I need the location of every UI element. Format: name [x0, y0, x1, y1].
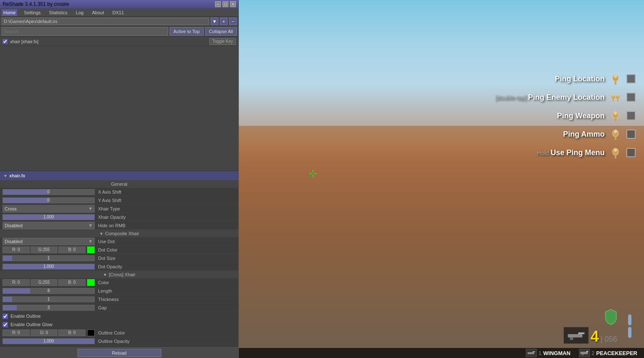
y-axis-value: 0: [3, 198, 94, 202]
menu-settings[interactable]: Settings: [22, 9, 42, 16]
xhair-opacity-slider[interactable]: 1.000: [3, 214, 95, 220]
svg-rect-26: [628, 327, 631, 338]
dot-color-b[interactable]: B: 0: [58, 246, 85, 253]
dropdown-arrow-dot: ▼: [88, 239, 93, 244]
svg-rect-22: [568, 334, 582, 337]
menu-bar: Home Settings Statistics Log About DX11: [0, 8, 238, 17]
ping-menu: Ping Location [double-tap] Ping Enemy Lo…: [495, 71, 636, 160]
ping-location-checkbox[interactable]: [626, 74, 636, 83]
outline-color-r[interactable]: R: 0: [3, 329, 30, 336]
ping-ammo-icon: [608, 127, 623, 142]
weapon1-name: WINGMAN: [543, 350, 571, 356]
dot-size-value: 1: [3, 256, 94, 260]
menu-dx11[interactable]: DX11: [111, 9, 126, 16]
thickness-value: 1: [3, 297, 94, 301]
svg-rect-24: [570, 337, 573, 340]
enable-outline-glow-checkbox[interactable]: [3, 322, 8, 327]
filepath-add-button[interactable]: +: [220, 18, 228, 25]
close-button[interactable]: ×: [230, 1, 236, 7]
param-outline-opacity: 1.000 Outline Opacity: [0, 337, 238, 345]
reshade-panel: ReShade 3.4.1.351 by crosire − □ × Home …: [0, 0, 239, 358]
active-to-top-button[interactable]: Active to Top: [170, 27, 204, 36]
hide-on-rmb-label: Hide on RMB: [95, 223, 236, 228]
outline-color-b[interactable]: B: 0: [58, 329, 85, 336]
ping-menu-icon-img: [608, 145, 623, 160]
ammo-bullets-icon: [624, 314, 636, 340]
section-header-xhair[interactable]: ▼ xhair.fx: [0, 171, 238, 180]
svg-rect-18: [615, 137, 616, 140]
outline-color-swatch[interactable]: [87, 329, 95, 336]
y-axis-slider[interactable]: 0: [3, 197, 95, 203]
filepath-dropdown-button[interactable]: ▼: [211, 18, 218, 25]
maximize-button[interactable]: □: [222, 1, 228, 7]
color-r[interactable]: R: 0: [3, 279, 30, 286]
dot-color-g[interactable]: G:255: [31, 246, 58, 253]
enable-outline-label: Enable Outline: [10, 314, 41, 319]
ping-use-menu-checkbox[interactable]: [626, 148, 636, 157]
filepath-remove-button[interactable]: −: [229, 18, 237, 25]
checkbox-enable-outline: Enable Outline: [0, 312, 238, 320]
outline-opacity-label: Outline Opacity: [95, 339, 236, 344]
outline-opacity-value: 1.000: [3, 339, 94, 343]
dot-color-r[interactable]: R: 0: [3, 246, 30, 253]
svg-point-14: [614, 112, 617, 115]
ammo-type-icons: [624, 314, 636, 340]
dot-size-slider[interactable]: 1: [3, 255, 95, 261]
ping-ammo-checkbox[interactable]: [626, 130, 636, 139]
collapse-all-button[interactable]: Collapse All: [205, 27, 237, 36]
x-axis-label: X Axis Shift: [95, 189, 236, 195]
color-g[interactable]: G:255: [31, 279, 58, 286]
thickness-label: Thickness: [95, 297, 236, 302]
ping-location-icon: [608, 71, 623, 86]
use-dot-value: Disabled: [5, 239, 88, 244]
menu-statistics[interactable]: Statistics: [47, 9, 69, 16]
ping-enemy-item: [double-tap] Ping Enemy Location: [495, 90, 636, 105]
toggle-key-button[interactable]: Toggle Key: [209, 38, 236, 45]
xhair-type-label: Xhair Type: [95, 206, 236, 211]
effect-item: xhair [xhair.fx] Toggle Key: [0, 37, 238, 46]
subsection-cross: ▼ [Cross] Xhair: [0, 271, 238, 278]
dot-opacity-value: 1.000: [3, 264, 94, 269]
length-slider[interactable]: 8: [3, 288, 95, 294]
x-axis-slider[interactable]: 0: [3, 189, 95, 195]
menu-about[interactable]: About: [90, 9, 106, 16]
menu-home[interactable]: Home: [2, 9, 17, 16]
param-dot-opacity: 1.000 Dot Opacity: [0, 262, 238, 271]
gap-slider[interactable]: 3: [3, 305, 95, 311]
effect-checkbox[interactable]: [3, 39, 8, 44]
color-b[interactable]: B: 0: [58, 279, 85, 286]
xhair-type-dropdown[interactable]: Cross ▼: [3, 205, 95, 213]
param-color: R: 0 G:255 B: 0 Color: [0, 278, 238, 287]
ping-enemy-checkbox[interactable]: [626, 93, 636, 102]
hide-on-rmb-dropdown[interactable]: Disabled ▼: [3, 222, 95, 229]
ammo-display: 4 | 056: [564, 309, 617, 345]
gap-label: Gap: [95, 305, 236, 310]
menu-log[interactable]: Log: [74, 9, 85, 16]
color-swatch[interactable]: [87, 279, 95, 286]
section-arrow: ▼: [3, 174, 8, 178]
cross-arrow: ▼: [103, 272, 107, 277]
minimize-button[interactable]: −: [215, 1, 221, 7]
ammo-current: 4: [590, 328, 599, 345]
ping-weapon-item: Ping Weapon: [495, 108, 636, 123]
param-x-axis-shift: 0 X Axis Shift: [0, 188, 238, 196]
outline-color-label: Outline Color: [95, 330, 236, 335]
ping-hold-prefix: Hold: [537, 150, 551, 156]
reload-button[interactable]: Reload: [78, 349, 161, 357]
dot-opacity-slider[interactable]: 1.000: [3, 264, 95, 270]
filepath-input[interactable]: [2, 18, 209, 25]
dot-color-swatch[interactable]: [87, 246, 95, 253]
weapon2-display: 2 PEACEKEEPER: [579, 349, 637, 357]
search-input[interactable]: [2, 27, 168, 36]
ping-weapon-text: Ping Weapon: [557, 112, 605, 120]
weapon-image: [564, 327, 589, 344]
svg-rect-9: [613, 99, 614, 101]
outline-opacity-slider[interactable]: 1.000: [3, 338, 95, 344]
length-value: 8: [3, 288, 94, 293]
thickness-slider[interactable]: 1: [3, 296, 95, 302]
subsection-composite: ▼ Composite Xhair: [0, 230, 238, 237]
enable-outline-checkbox[interactable]: [3, 314, 8, 319]
ping-weapon-checkbox[interactable]: [626, 111, 636, 120]
use-dot-dropdown[interactable]: Disabled ▼: [3, 238, 95, 245]
outline-color-g[interactable]: G: 0: [31, 329, 58, 336]
